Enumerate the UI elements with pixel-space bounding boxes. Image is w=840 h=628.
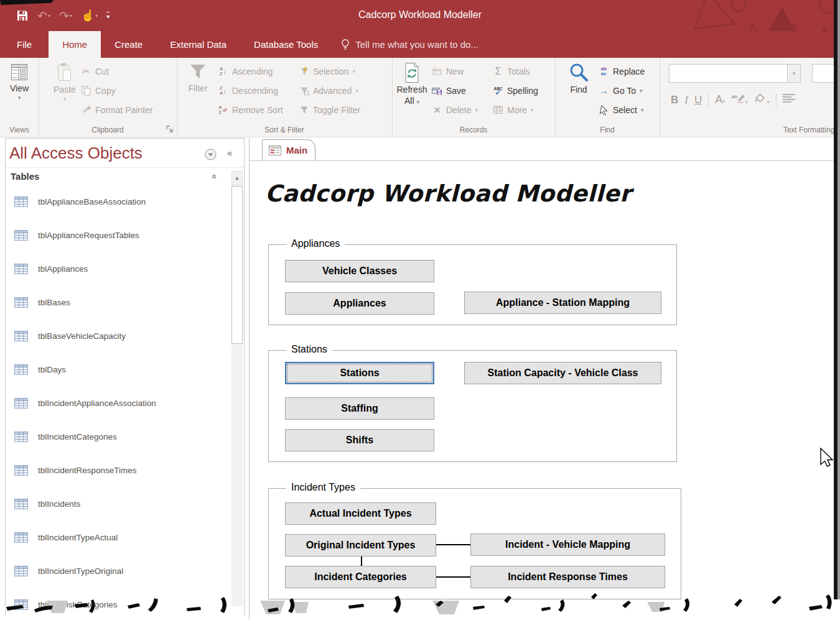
appliance-station-mapping-button[interactable]: Appliance - Station Mapping	[464, 292, 661, 314]
fill-color-button[interactable]: ▾	[754, 93, 770, 107]
form-title: Cadcorp Workload Modeller	[265, 180, 632, 207]
find-button[interactable]: Find	[560, 60, 597, 95]
refresh-all-button[interactable]: Refresh All ▾	[393, 60, 431, 107]
save-record-icon	[432, 85, 442, 96]
replace-button[interactable]: abac Replace	[599, 62, 645, 81]
collapse-group-icon[interactable]: »	[208, 174, 218, 179]
appliances-button[interactable]: Appliances	[285, 292, 434, 315]
advanced-button[interactable]: Advanced ▾	[299, 81, 360, 100]
nav-item-table[interactable]: tblIncidentCategories	[6, 420, 228, 453]
nav-section-tables[interactable]: Tables	[11, 171, 39, 182]
tell-me-label: Tell me what you want to do...	[355, 39, 478, 50]
totals-button[interactable]: Σ Totals	[493, 62, 538, 81]
incident-vehicle-mapping-button[interactable]: Incident - Vehicle Mapping	[470, 533, 665, 556]
align-left-button[interactable]	[783, 93, 795, 106]
table-icon	[14, 331, 28, 341]
font-color-button[interactable]: A▾	[715, 93, 726, 106]
vehicle-classes-button[interactable]: Vehicle Classes	[285, 260, 434, 282]
original-incident-types-button[interactable]: Original Incident Types	[285, 534, 436, 556]
nav-scrollbar[interactable]: ▲	[231, 171, 243, 606]
station-capacity-vehicle-class-button[interactable]: Station Capacity - Vehicle Class	[464, 362, 661, 384]
tab-external-data[interactable]: External Data	[156, 31, 240, 58]
nav-item-table[interactable]: tblIncidentResponseTimes	[6, 453, 228, 487]
tab-database-tools[interactable]: Database Tools	[240, 31, 332, 58]
selection-button[interactable]: Selection ▾	[299, 62, 360, 81]
ribbon-tab-row: File Home Create External Data Database …	[0, 31, 840, 58]
document-area: Main Cadcorp Workload Modeller Appliance…	[249, 138, 836, 619]
nav-filter-menu-button[interactable]	[205, 149, 217, 163]
group-label-text-formatting: Text Formatting	[660, 126, 840, 134]
table-icon	[14, 196, 28, 207]
nav-item-table[interactable]: tblIncidents	[6, 487, 228, 520]
ribbon-group-text-formatting: ▾ ▾ B I U A▾ ab ▾	[660, 58, 840, 136]
descending-button[interactable]: ZA↓ Descending	[218, 81, 283, 100]
ribbon-group-sort-filter: Filter AZ↓ Ascending ZA↓ Descending AZ R…	[177, 58, 393, 136]
copy-button[interactable]: Copy	[81, 81, 153, 100]
underline-button[interactable]: U	[694, 94, 702, 106]
nav-item-table[interactable]: tblApplianceRequestTables	[6, 218, 228, 252]
ascending-button[interactable]: AZ↓ Ascending	[218, 62, 283, 81]
bold-button[interactable]: B	[671, 94, 678, 106]
filter-icon	[189, 62, 207, 82]
highlight-button[interactable]: ab ▾	[732, 93, 749, 107]
format-painter-button[interactable]: Format Painter	[81, 100, 153, 119]
new-record-button[interactable]: New	[432, 62, 478, 81]
nav-item-table[interactable]: tblDays	[6, 353, 228, 386]
view-button[interactable]: View ▾	[1, 60, 38, 101]
nav-item-table[interactable]: tblLifeRiskCategories	[6, 588, 228, 621]
incident-categories-button[interactable]: Incident Categories	[285, 566, 436, 588]
nav-item-table[interactable]: tblApplianceBaseAssociation	[6, 185, 228, 218]
incident-response-times-button[interactable]: Incident Response Times	[470, 566, 665, 588]
font-combobox[interactable]: ▾	[669, 64, 801, 83]
tell-me-box[interactable]: Tell me what you want to do...	[332, 31, 487, 58]
highlight-icon: ab	[732, 93, 745, 104]
remove-sort-button[interactable]: AZ Remove Sort	[218, 100, 283, 119]
tab-create[interactable]: Create	[101, 31, 156, 58]
tab-file[interactable]: File	[0, 31, 49, 58]
document-tab-main[interactable]: Main	[262, 139, 315, 160]
nav-item-table[interactable]: tblIncidentTypeActual	[6, 520, 228, 554]
shutter-close-button[interactable]: «	[227, 147, 232, 158]
align-left-icon	[783, 93, 795, 103]
delete-icon: ✕	[432, 104, 442, 115]
nav-item-table[interactable]: tblBases	[6, 285, 228, 319]
ribbon-group-records: Refresh All ▾ New Save ✕	[392, 58, 556, 136]
ribbon-group-clipboard: Paste ▾ ✂ Cut Copy	[39, 58, 177, 136]
nav-pane-title: All Access Objects	[9, 144, 142, 163]
staffing-button[interactable]: Staffing	[285, 397, 434, 420]
italic-button[interactable]: I	[684, 94, 688, 106]
nav-item-table[interactable]: tblIncidentTypeOriginal	[6, 554, 228, 588]
paste-icon	[55, 62, 75, 83]
svg-text:ab: ab	[732, 94, 737, 99]
ribbon-group-views: View ▾ Views	[0, 58, 39, 136]
scroll-up-arrow[interactable]: ▲	[231, 171, 243, 185]
more-button[interactable]: More ▾	[493, 100, 538, 119]
ribbon-group-find: Find abac Replace → Go To ▾	[555, 58, 660, 136]
font-combobox-dropdown[interactable]: ▾	[787, 65, 800, 82]
table-icon	[14, 398, 28, 409]
filter-button[interactable]: Filter	[179, 60, 217, 93]
tab-home[interactable]: Home	[49, 31, 101, 58]
save-record-button[interactable]: Save	[432, 81, 478, 100]
goto-button[interactable]: → Go To ▾	[599, 81, 645, 100]
group-appliances-legend: Appliances	[286, 238, 345, 249]
nav-item-table[interactable]: tblIncidentApplianceAssociation	[6, 386, 228, 420]
spelling-button[interactable]: ABC ✓ Spelling	[493, 81, 538, 100]
actual-incident-types-button[interactable]: Actual Incident Types	[285, 502, 436, 525]
format-painter-icon	[81, 104, 91, 115]
toggle-filter-button[interactable]: Toggle Filter	[299, 100, 360, 119]
group-incident-types-legend: Incident Types	[286, 482, 360, 493]
group-label-views: Views	[0, 126, 39, 134]
select-button[interactable]: Select ▾	[599, 100, 645, 119]
table-icon	[14, 364, 28, 375]
stations-button[interactable]: Stations	[285, 362, 434, 384]
paste-button[interactable]: Paste ▾	[46, 60, 83, 102]
nav-item-table[interactable]: tblAppliances	[6, 252, 228, 285]
clipboard-dialog-launcher[interactable]	[166, 125, 174, 134]
shifts-button[interactable]: Shifts	[285, 429, 434, 451]
delete-record-button[interactable]: ✕ Delete ▾	[432, 100, 478, 119]
refresh-all-icon	[402, 62, 422, 83]
nav-scrollbar-thumb[interactable]	[231, 186, 243, 344]
nav-item-table[interactable]: tblBaseVehicleCapacity	[6, 319, 228, 353]
cut-button[interactable]: ✂ Cut	[81, 62, 153, 81]
